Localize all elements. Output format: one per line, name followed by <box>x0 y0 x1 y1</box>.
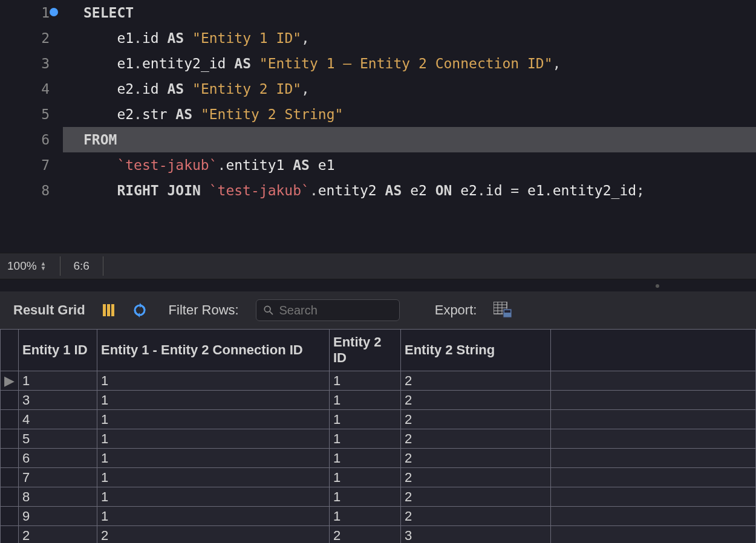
svg-point-3 <box>264 306 270 312</box>
cell[interactable]: 1 <box>330 391 401 410</box>
search-icon <box>264 305 273 316</box>
svg-line-4 <box>270 311 273 314</box>
svg-rect-1 <box>107 304 110 316</box>
cell-empty <box>551 468 756 487</box>
export-icon[interactable] <box>494 302 512 319</box>
row-selector[interactable] <box>1 449 19 468</box>
row-selector[interactable] <box>1 468 19 487</box>
table-row[interactable]: ▶1112 <box>1 371 756 391</box>
pane-divider[interactable] <box>0 279 756 291</box>
cell[interactable]: 2 <box>401 429 551 449</box>
cell-empty <box>551 449 756 468</box>
cell[interactable]: 7 <box>19 468 97 487</box>
cell[interactable]: 1 <box>97 487 330 507</box>
cell[interactable]: 2 <box>401 371 551 391</box>
divider <box>60 256 60 276</box>
code-area[interactable]: SELECT e1.id AS "Entity 1 ID", e1.entity… <box>60 0 756 253</box>
result-grid[interactable]: Entity 1 IDEntity 1 - Entity 2 Connectio… <box>0 329 756 543</box>
cell[interactable]: 1 <box>97 391 330 410</box>
cell[interactable]: 2 <box>97 526 330 544</box>
svg-rect-0 <box>103 304 106 316</box>
cell[interactable]: 6 <box>19 449 97 468</box>
code-line[interactable]: SELECT <box>60 0 756 25</box>
divider <box>103 256 103 276</box>
cell[interactable]: 2 <box>401 391 551 410</box>
code-line[interactable]: e1.entity2_id AS "Entity 1 – Entity 2 Co… <box>60 51 756 76</box>
refresh-icon[interactable] <box>132 303 147 317</box>
code-line[interactable]: `test-jakub`.entity1 AS e1 <box>60 152 756 178</box>
line-number: 6 <box>0 127 50 152</box>
table-row[interactable]: 5112 <box>1 429 756 449</box>
cell[interactable]: 1 <box>330 468 401 487</box>
row-selector[interactable] <box>1 526 19 544</box>
cell[interactable]: 2 <box>401 487 551 507</box>
cell[interactable]: 9 <box>19 507 97 526</box>
cell[interactable]: 1 <box>330 507 401 526</box>
cell[interactable]: 1 <box>330 487 401 507</box>
cell[interactable]: 1 <box>97 468 330 487</box>
zoom-control[interactable]: 100% ▲▼ <box>7 259 47 273</box>
cell[interactable]: 8 <box>19 487 97 507</box>
cell[interactable]: 1 <box>97 507 330 526</box>
table-row[interactable]: 2223 <box>1 526 756 544</box>
code-line[interactable]: e1.id AS "Entity 1 ID", <box>60 25 756 51</box>
cell[interactable]: 5 <box>19 429 97 449</box>
cell-empty <box>551 507 756 526</box>
cell[interactable]: 3 <box>401 526 551 544</box>
code-line[interactable]: e2.id AS "Entity 2 ID", <box>60 76 756 102</box>
cell[interactable]: 2 <box>401 449 551 468</box>
cell[interactable]: 2 <box>401 410 551 429</box>
table-row[interactable]: 4112 <box>1 410 756 429</box>
cell-empty <box>551 391 756 410</box>
cell[interactable]: 1 <box>97 410 330 429</box>
row-selector[interactable] <box>1 391 19 410</box>
cell-empty <box>551 371 756 391</box>
table-row[interactable]: 6112 <box>1 449 756 468</box>
row-selector[interactable] <box>1 410 19 429</box>
column-header[interactable]: Entity 2 ID <box>330 330 401 371</box>
cell-empty <box>551 429 756 449</box>
result-grid-title: Result Grid <box>13 302 85 318</box>
toggle-grid-icon[interactable] <box>102 304 116 317</box>
line-number: 7 <box>0 152 50 178</box>
column-header[interactable]: Entity 1 ID <box>19 330 97 371</box>
cell[interactable]: 1 <box>330 410 401 429</box>
row-selector[interactable] <box>1 429 19 449</box>
cell[interactable]: 3 <box>19 391 97 410</box>
column-header[interactable]: Entity 2 String <box>401 330 551 371</box>
sql-editor[interactable]: 12345678 SELECT e1.id AS "Entity 1 ID", … <box>0 0 756 253</box>
cell[interactable]: 4 <box>19 410 97 429</box>
row-selector[interactable] <box>1 507 19 526</box>
table-row[interactable]: 3112 <box>1 391 756 410</box>
line-gutter: 12345678 <box>0 0 60 253</box>
filter-rows-label: Filter Rows: <box>169 302 239 318</box>
cell[interactable]: 1 <box>330 429 401 449</box>
cell[interactable]: 2 <box>19 526 97 544</box>
row-selector[interactable]: ▶ <box>1 371 19 391</box>
cell[interactable]: 1 <box>97 429 330 449</box>
line-number: 8 <box>0 178 50 203</box>
cell[interactable]: 2 <box>401 507 551 526</box>
filter-input[interactable] <box>279 304 392 317</box>
cell[interactable]: 1 <box>19 371 97 391</box>
cell[interactable]: 1 <box>97 371 330 391</box>
table-row[interactable]: 9112 <box>1 507 756 526</box>
cell[interactable]: 1 <box>97 449 330 468</box>
code-line[interactable]: e2.str AS "Entity 2 String" <box>60 102 756 127</box>
cursor-position: 6:6 <box>74 259 90 273</box>
table-row[interactable]: 7112 <box>1 468 756 487</box>
code-line[interactable]: RIGHT JOIN `test-jakub`.entity2 AS e2 ON… <box>60 178 756 203</box>
zoom-stepper-icon[interactable]: ▲▼ <box>41 261 47 271</box>
cell[interactable]: 1 <box>330 449 401 468</box>
cell[interactable]: 2 <box>401 468 551 487</box>
table-row[interactable]: 8112 <box>1 487 756 507</box>
code-line[interactable]: FROM <box>63 127 756 152</box>
line-number: 1 <box>0 0 50 25</box>
breakpoint-marker[interactable] <box>50 8 58 16</box>
cell[interactable]: 2 <box>330 526 401 544</box>
column-header[interactable]: Entity 1 - Entity 2 Connection ID <box>97 330 330 371</box>
svg-rect-12 <box>504 310 510 313</box>
filter-search[interactable] <box>256 299 400 321</box>
cell[interactable]: 1 <box>330 371 401 391</box>
row-selector[interactable] <box>1 487 19 507</box>
